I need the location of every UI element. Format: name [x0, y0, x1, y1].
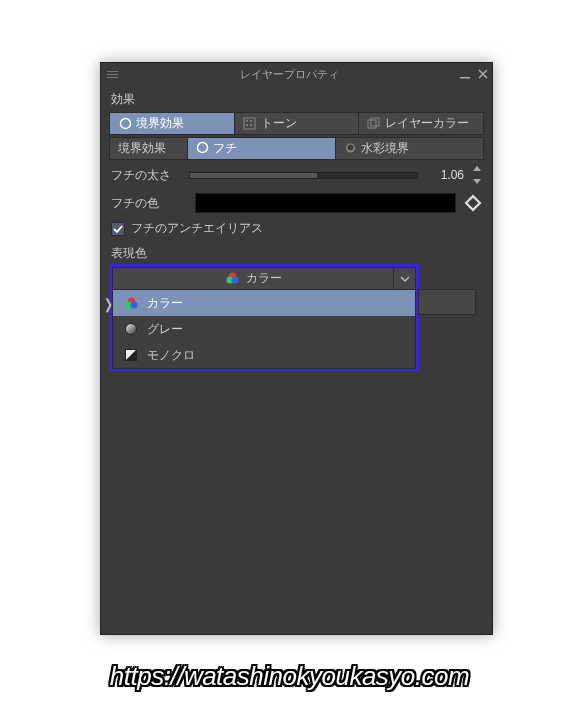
- option-monochrome[interactable]: モノクロ: [113, 342, 415, 368]
- obscured-row-fragment: [418, 289, 476, 315]
- panel-title: レイヤープロパティ: [123, 67, 456, 82]
- thickness-slider[interactable]: [189, 172, 418, 179]
- svg-point-19: [130, 301, 137, 308]
- svg-rect-0: [460, 77, 470, 79]
- color-rgb-icon: [224, 271, 240, 287]
- circle-icon: [196, 141, 209, 157]
- svg-rect-7: [368, 120, 376, 128]
- antialias-row[interactable]: フチのアンチエイリアス: [109, 220, 484, 237]
- thickness-row: フチの太さ 1.06: [109, 166, 484, 184]
- border-effect-subtabs: 境界効果 フチ 水彩境界: [109, 137, 484, 160]
- circle-icon: [118, 117, 132, 131]
- svg-point-6: [250, 124, 252, 126]
- close-button[interactable]: [474, 65, 492, 83]
- gray-circle-icon: [123, 321, 139, 337]
- chevron-down-icon[interactable]: [473, 179, 481, 184]
- subtab-edge[interactable]: フチ: [188, 138, 336, 159]
- svg-point-20: [126, 324, 137, 335]
- option-label: グレー: [147, 321, 183, 338]
- layer-color-icon: [367, 117, 381, 131]
- antialias-checkbox[interactable]: [111, 222, 125, 236]
- minimize-button[interactable]: [456, 65, 474, 83]
- svg-point-3: [246, 120, 248, 122]
- layer-property-panel: レイヤープロパティ 効果 境界効果: [100, 62, 493, 635]
- thickness-stepper[interactable]: [470, 166, 484, 184]
- expression-dropdown-list: カラー グレー: [112, 290, 416, 369]
- subtab-label: 水彩境界: [361, 140, 409, 157]
- subtab-label: フチ: [213, 140, 237, 157]
- dropdown-selected: カラー: [246, 270, 282, 287]
- edge-color-swatch[interactable]: [195, 193, 456, 213]
- slider-fill: [190, 173, 317, 178]
- svg-point-16: [231, 276, 238, 283]
- expand-caret-icon[interactable]: ❯: [104, 296, 113, 313]
- option-color[interactable]: カラー: [113, 290, 415, 316]
- svg-point-11: [348, 144, 354, 150]
- expression-label: 表現色: [109, 245, 484, 262]
- thickness-value[interactable]: 1.06: [424, 168, 464, 182]
- svg-rect-8: [371, 118, 379, 126]
- option-label: カラー: [147, 295, 183, 312]
- tab-layer-color[interactable]: レイヤーカラー: [359, 113, 483, 134]
- svg-point-5: [246, 124, 248, 126]
- edge-color-row: フチの色: [109, 192, 484, 214]
- monochrome-icon: [123, 347, 139, 363]
- subtab-lead-label: 境界効果: [110, 138, 188, 159]
- svg-rect-2: [244, 118, 255, 129]
- option-gray[interactable]: グレー: [113, 316, 415, 342]
- chevron-down-icon[interactable]: [393, 268, 415, 289]
- effects-label: 効果: [111, 91, 484, 108]
- tab-border-effect[interactable]: 境界効果: [110, 113, 235, 134]
- expression-dropdown[interactable]: カラー: [112, 267, 416, 290]
- watermark-text: https://watashinokyoukasyo.com: [0, 661, 579, 692]
- watercolor-icon: [344, 141, 357, 157]
- tab-label: 境界効果: [136, 115, 184, 132]
- svg-point-9: [198, 142, 208, 152]
- titlebar[interactable]: レイヤープロパティ: [101, 63, 492, 85]
- color-rgb-icon: [123, 295, 139, 311]
- svg-point-1: [120, 119, 130, 129]
- subtab-watercolor[interactable]: 水彩境界: [336, 138, 483, 159]
- thickness-label: フチの太さ: [109, 167, 189, 184]
- chevron-up-icon[interactable]: [473, 166, 481, 171]
- tab-label: レイヤーカラー: [385, 115, 469, 132]
- svg-point-4: [250, 120, 252, 122]
- tone-icon: [243, 117, 257, 131]
- expression-dropdown-highlight: カラー カラー: [109, 264, 419, 372]
- edge-color-label: フチの色: [109, 195, 189, 212]
- option-label: モノクロ: [147, 347, 195, 364]
- color-picker-button[interactable]: [462, 192, 484, 214]
- antialias-label: フチのアンチエイリアス: [131, 220, 263, 237]
- tab-tone[interactable]: トーン: [235, 113, 360, 134]
- hamburger-icon[interactable]: [101, 63, 123, 85]
- tab-label: トーン: [261, 115, 297, 132]
- panel-content: 効果 境界効果 トーン: [101, 85, 492, 380]
- effects-tabbar: 境界効果 トーン レイ: [109, 112, 484, 135]
